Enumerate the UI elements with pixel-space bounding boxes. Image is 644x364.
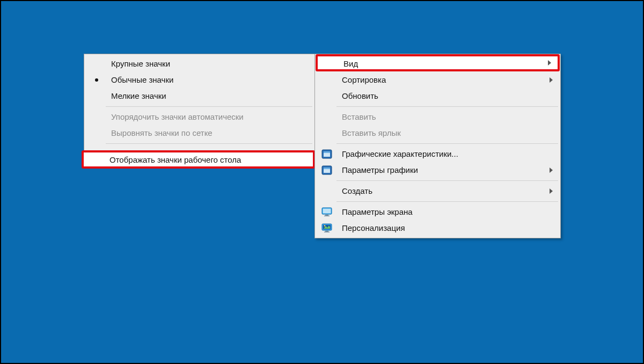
menu-item-label: Вставить	[342, 112, 376, 121]
menu-item-graphics-options[interactable]: Параметры графики	[316, 162, 559, 178]
personalize-icon	[321, 223, 332, 234]
intel-graphics-icon	[321, 149, 332, 159]
desktop-context-menu: Сортировка Обновить Вставить Вставить яр…	[314, 54, 561, 238]
menu-item-new[interactable]: Создать	[316, 183, 559, 199]
view-submenu: Крупные значки Обычные значки Мелкие зна…	[84, 54, 315, 164]
menu-item-label: Обычные значки	[111, 75, 173, 84]
svg-rect-2	[324, 151, 330, 153]
menu-item-label: Графические характеристики...	[342, 149, 458, 158]
desktop[interactable]: Крупные значки Обычные значки Мелкие зна…	[0, 0, 644, 364]
menu-item-label: Выровнять значки по сетке	[111, 128, 213, 137]
menu-item-paste-shortcut[interactable]: Вставить ярлык	[316, 125, 559, 141]
menu-item-label: Персонализация	[342, 223, 405, 232]
menu-item-label: Обновить	[342, 91, 378, 100]
menu-item-label: Создать	[342, 186, 372, 195]
menu-item-label: Мелкие значки	[111, 91, 166, 100]
menu-separator	[336, 180, 558, 181]
menu-item-medium-icons[interactable]: Обычные значки	[85, 72, 313, 88]
menu-item-graphics-properties[interactable]: Графические характеристики...	[316, 146, 559, 162]
menu-item-label: Параметры графики	[342, 165, 418, 174]
menu-separator	[106, 143, 312, 144]
menu-item-small-icons[interactable]: Мелкие значки	[85, 88, 313, 104]
menu-item-label: Вставить ярлык	[342, 128, 401, 137]
menu-separator	[336, 106, 558, 107]
menu-item-label: Сортировка	[342, 75, 386, 84]
monitor-icon	[321, 207, 332, 217]
menu-item-label: Крупные значки	[111, 59, 170, 68]
svg-rect-9	[324, 216, 330, 216]
menu-item-sort-by[interactable]: Сортировка	[316, 72, 559, 88]
menu-item-label: Упорядочить значки автоматически	[111, 112, 244, 121]
menu-item-personalize[interactable]: Персонализация	[316, 220, 559, 236]
svg-rect-14	[324, 232, 330, 232]
svg-rect-8	[325, 215, 328, 216]
menu-separator	[336, 143, 558, 144]
svg-point-12	[324, 225, 325, 226]
menu-item-refresh[interactable]: Обновить	[316, 88, 559, 104]
menu-item-paste[interactable]: Вставить	[316, 109, 559, 125]
menu-item-auto-arrange[interactable]: Упорядочить значки автоматически	[85, 109, 313, 125]
menu-separator	[336, 201, 558, 202]
svg-rect-5	[324, 168, 330, 169]
intel-graphics-icon	[321, 165, 332, 176]
svg-rect-7	[323, 209, 331, 214]
menu-item-display-settings[interactable]: Параметры экрана	[316, 204, 559, 220]
menu-item-label: Параметры экрана	[342, 207, 413, 216]
svg-rect-13	[325, 231, 328, 232]
menu-item-large-icons[interactable]: Крупные значки	[85, 56, 313, 72]
menu-separator	[106, 106, 312, 107]
menu-item-align-to-grid[interactable]: Выровнять значки по сетке	[85, 125, 313, 141]
